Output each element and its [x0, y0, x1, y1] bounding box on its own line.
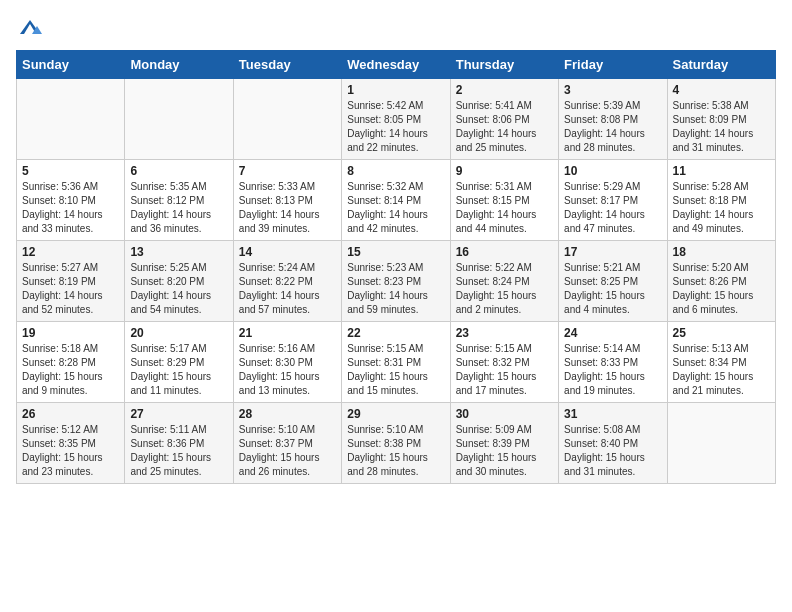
- day-info: Sunrise: 5:12 AM Sunset: 8:35 PM Dayligh…: [22, 423, 119, 479]
- calendar-week-row: 12Sunrise: 5:27 AM Sunset: 8:19 PM Dayli…: [17, 241, 776, 322]
- calendar-week-row: 5Sunrise: 5:36 AM Sunset: 8:10 PM Daylig…: [17, 160, 776, 241]
- calendar-week-row: 26Sunrise: 5:12 AM Sunset: 8:35 PM Dayli…: [17, 403, 776, 484]
- day-info: Sunrise: 5:39 AM Sunset: 8:08 PM Dayligh…: [564, 99, 661, 155]
- calendar-cell: [233, 79, 341, 160]
- calendar-cell: 23Sunrise: 5:15 AM Sunset: 8:32 PM Dayli…: [450, 322, 558, 403]
- calendar-header: SundayMondayTuesdayWednesdayThursdayFrid…: [17, 51, 776, 79]
- calendar-cell: 5Sunrise: 5:36 AM Sunset: 8:10 PM Daylig…: [17, 160, 125, 241]
- day-number: 13: [130, 245, 227, 259]
- calendar-cell: 24Sunrise: 5:14 AM Sunset: 8:33 PM Dayli…: [559, 322, 667, 403]
- day-number: 31: [564, 407, 661, 421]
- day-number: 9: [456, 164, 553, 178]
- day-info: Sunrise: 5:31 AM Sunset: 8:15 PM Dayligh…: [456, 180, 553, 236]
- calendar-cell: 16Sunrise: 5:22 AM Sunset: 8:24 PM Dayli…: [450, 241, 558, 322]
- weekday-header: Wednesday: [342, 51, 450, 79]
- calendar-body: 1Sunrise: 5:42 AM Sunset: 8:05 PM Daylig…: [17, 79, 776, 484]
- day-number: 14: [239, 245, 336, 259]
- calendar-cell: 17Sunrise: 5:21 AM Sunset: 8:25 PM Dayli…: [559, 241, 667, 322]
- day-number: 26: [22, 407, 119, 421]
- day-info: Sunrise: 5:21 AM Sunset: 8:25 PM Dayligh…: [564, 261, 661, 317]
- day-info: Sunrise: 5:11 AM Sunset: 8:36 PM Dayligh…: [130, 423, 227, 479]
- day-info: Sunrise: 5:18 AM Sunset: 8:28 PM Dayligh…: [22, 342, 119, 398]
- weekday-header: Friday: [559, 51, 667, 79]
- calendar-week-row: 1Sunrise: 5:42 AM Sunset: 8:05 PM Daylig…: [17, 79, 776, 160]
- day-info: Sunrise: 5:15 AM Sunset: 8:31 PM Dayligh…: [347, 342, 444, 398]
- day-info: Sunrise: 5:09 AM Sunset: 8:39 PM Dayligh…: [456, 423, 553, 479]
- calendar-cell: 8Sunrise: 5:32 AM Sunset: 8:14 PM Daylig…: [342, 160, 450, 241]
- day-number: 8: [347, 164, 444, 178]
- day-info: Sunrise: 5:27 AM Sunset: 8:19 PM Dayligh…: [22, 261, 119, 317]
- day-info: Sunrise: 5:32 AM Sunset: 8:14 PM Dayligh…: [347, 180, 444, 236]
- day-number: 23: [456, 326, 553, 340]
- day-info: Sunrise: 5:15 AM Sunset: 8:32 PM Dayligh…: [456, 342, 553, 398]
- day-number: 6: [130, 164, 227, 178]
- day-info: Sunrise: 5:13 AM Sunset: 8:34 PM Dayligh…: [673, 342, 770, 398]
- day-info: Sunrise: 5:22 AM Sunset: 8:24 PM Dayligh…: [456, 261, 553, 317]
- day-number: 17: [564, 245, 661, 259]
- day-info: Sunrise: 5:25 AM Sunset: 8:20 PM Dayligh…: [130, 261, 227, 317]
- calendar-cell: 20Sunrise: 5:17 AM Sunset: 8:29 PM Dayli…: [125, 322, 233, 403]
- day-number: 16: [456, 245, 553, 259]
- calendar-cell: 28Sunrise: 5:10 AM Sunset: 8:37 PM Dayli…: [233, 403, 341, 484]
- day-number: 20: [130, 326, 227, 340]
- calendar-cell: [125, 79, 233, 160]
- calendar-cell: 27Sunrise: 5:11 AM Sunset: 8:36 PM Dayli…: [125, 403, 233, 484]
- day-info: Sunrise: 5:41 AM Sunset: 8:06 PM Dayligh…: [456, 99, 553, 155]
- calendar-cell: 9Sunrise: 5:31 AM Sunset: 8:15 PM Daylig…: [450, 160, 558, 241]
- day-info: Sunrise: 5:35 AM Sunset: 8:12 PM Dayligh…: [130, 180, 227, 236]
- day-info: Sunrise: 5:36 AM Sunset: 8:10 PM Dayligh…: [22, 180, 119, 236]
- day-info: Sunrise: 5:10 AM Sunset: 8:38 PM Dayligh…: [347, 423, 444, 479]
- calendar-cell: 26Sunrise: 5:12 AM Sunset: 8:35 PM Dayli…: [17, 403, 125, 484]
- calendar-cell: 4Sunrise: 5:38 AM Sunset: 8:09 PM Daylig…: [667, 79, 775, 160]
- calendar-cell: 29Sunrise: 5:10 AM Sunset: 8:38 PM Dayli…: [342, 403, 450, 484]
- calendar-cell: 12Sunrise: 5:27 AM Sunset: 8:19 PM Dayli…: [17, 241, 125, 322]
- calendar-cell: 11Sunrise: 5:28 AM Sunset: 8:18 PM Dayli…: [667, 160, 775, 241]
- day-number: 30: [456, 407, 553, 421]
- day-number: 29: [347, 407, 444, 421]
- day-number: 18: [673, 245, 770, 259]
- day-info: Sunrise: 5:38 AM Sunset: 8:09 PM Dayligh…: [673, 99, 770, 155]
- calendar-table: SundayMondayTuesdayWednesdayThursdayFrid…: [16, 50, 776, 484]
- day-number: 7: [239, 164, 336, 178]
- calendar-cell: 19Sunrise: 5:18 AM Sunset: 8:28 PM Dayli…: [17, 322, 125, 403]
- day-number: 1: [347, 83, 444, 97]
- calendar-cell: 10Sunrise: 5:29 AM Sunset: 8:17 PM Dayli…: [559, 160, 667, 241]
- calendar-cell: 22Sunrise: 5:15 AM Sunset: 8:31 PM Dayli…: [342, 322, 450, 403]
- calendar-cell: 1Sunrise: 5:42 AM Sunset: 8:05 PM Daylig…: [342, 79, 450, 160]
- calendar-cell: 13Sunrise: 5:25 AM Sunset: 8:20 PM Dayli…: [125, 241, 233, 322]
- weekday-header: Monday: [125, 51, 233, 79]
- day-number: 28: [239, 407, 336, 421]
- day-number: 21: [239, 326, 336, 340]
- day-info: Sunrise: 5:20 AM Sunset: 8:26 PM Dayligh…: [673, 261, 770, 317]
- calendar-cell: 3Sunrise: 5:39 AM Sunset: 8:08 PM Daylig…: [559, 79, 667, 160]
- logo: [16, 16, 42, 40]
- calendar-cell: 25Sunrise: 5:13 AM Sunset: 8:34 PM Dayli…: [667, 322, 775, 403]
- day-number: 5: [22, 164, 119, 178]
- day-number: 10: [564, 164, 661, 178]
- calendar-cell: 31Sunrise: 5:08 AM Sunset: 8:40 PM Dayli…: [559, 403, 667, 484]
- day-info: Sunrise: 5:17 AM Sunset: 8:29 PM Dayligh…: [130, 342, 227, 398]
- day-number: 4: [673, 83, 770, 97]
- day-info: Sunrise: 5:23 AM Sunset: 8:23 PM Dayligh…: [347, 261, 444, 317]
- day-number: 11: [673, 164, 770, 178]
- calendar-cell: [17, 79, 125, 160]
- day-info: Sunrise: 5:28 AM Sunset: 8:18 PM Dayligh…: [673, 180, 770, 236]
- day-number: 19: [22, 326, 119, 340]
- calendar-week-row: 19Sunrise: 5:18 AM Sunset: 8:28 PM Dayli…: [17, 322, 776, 403]
- calendar-cell: [667, 403, 775, 484]
- day-info: Sunrise: 5:16 AM Sunset: 8:30 PM Dayligh…: [239, 342, 336, 398]
- calendar-cell: 15Sunrise: 5:23 AM Sunset: 8:23 PM Dayli…: [342, 241, 450, 322]
- day-info: Sunrise: 5:42 AM Sunset: 8:05 PM Dayligh…: [347, 99, 444, 155]
- calendar-cell: 18Sunrise: 5:20 AM Sunset: 8:26 PM Dayli…: [667, 241, 775, 322]
- day-number: 2: [456, 83, 553, 97]
- day-info: Sunrise: 5:29 AM Sunset: 8:17 PM Dayligh…: [564, 180, 661, 236]
- day-number: 3: [564, 83, 661, 97]
- day-info: Sunrise: 5:08 AM Sunset: 8:40 PM Dayligh…: [564, 423, 661, 479]
- day-info: Sunrise: 5:14 AM Sunset: 8:33 PM Dayligh…: [564, 342, 661, 398]
- day-info: Sunrise: 5:33 AM Sunset: 8:13 PM Dayligh…: [239, 180, 336, 236]
- day-number: 22: [347, 326, 444, 340]
- calendar-cell: 7Sunrise: 5:33 AM Sunset: 8:13 PM Daylig…: [233, 160, 341, 241]
- calendar-cell: 30Sunrise: 5:09 AM Sunset: 8:39 PM Dayli…: [450, 403, 558, 484]
- weekday-header: Sunday: [17, 51, 125, 79]
- day-number: 12: [22, 245, 119, 259]
